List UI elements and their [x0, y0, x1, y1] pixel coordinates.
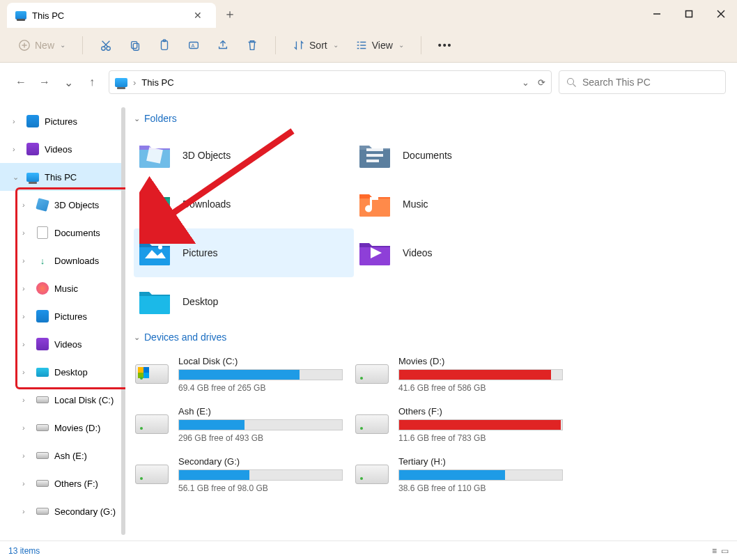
- folder-desktop[interactable]: Desktop: [134, 277, 354, 326]
- folder-downloads[interactable]: Downloads: [134, 180, 354, 228]
- paste-icon: [158, 39, 171, 52]
- maximize-button[interactable]: [673, 0, 705, 28]
- chevron-icon: ›: [22, 312, 31, 320]
- drive-free-text: 296 GB free of 493 GB: [178, 433, 354, 443]
- refresh-icon[interactable]: ⟳: [538, 77, 545, 88]
- svg-point-23: [158, 245, 162, 249]
- folder-label: Videos: [403, 247, 433, 258]
- drive-ash-e-[interactable]: Ash (E:) 296 GB free of 493 GB: [134, 400, 354, 449]
- close-button[interactable]: [705, 0, 737, 28]
- chevron-icon: ⌄: [13, 173, 21, 182]
- folder-label: Documents: [403, 150, 452, 161]
- delete-button[interactable]: [239, 33, 265, 57]
- new-tab-button[interactable]: ＋: [216, 0, 244, 28]
- rename-button[interactable]: A: [180, 33, 207, 57]
- sidebar-item-downloads[interactable]: › ↓ Downloads: [0, 247, 125, 274]
- chevron-icon: ›: [22, 368, 31, 376]
- chevron-down-icon: ⌄: [134, 114, 140, 123]
- forward-button[interactable]: →: [35, 72, 54, 92]
- sort-button[interactable]: Sort ⌄: [286, 33, 346, 57]
- chevron-icon: ›: [22, 228, 31, 237]
- details-view-icon[interactable]: ≡: [712, 546, 717, 556]
- drive-movies-d-[interactable]: Movies (D:) 41.6 GB free of 586 GB: [354, 350, 574, 398]
- disk-icon: [36, 449, 49, 462]
- drive-name: Movies (D:): [398, 356, 574, 366]
- drive-local-disk-c-[interactable]: Local Disk (C:) 69.4 GB free of 265 GB: [134, 350, 354, 398]
- sidebar-item-pictures[interactable]: › Pictures: [0, 302, 125, 330]
- sidebar-item-this-pc[interactable]: ⌄ This PC: [0, 163, 125, 191]
- drive-others-f-[interactable]: Others (F:) 11.6 GB free of 783 GB: [354, 400, 574, 449]
- sidebar-item-secondary-g-[interactable]: › Secondary (G:): [0, 497, 125, 525]
- new-button[interactable]: New ⌄: [11, 33, 72, 57]
- section-folders[interactable]: ⌄ Folders: [134, 113, 734, 124]
- drive-usage-bar: [398, 469, 563, 481]
- sidebar-item-ash-e-[interactable]: › Ash (E:): [0, 442, 125, 469]
- sidebar-item-music[interactable]: › Music: [0, 274, 125, 302]
- more-button[interactable]: •••: [431, 33, 460, 57]
- drive-icon: [135, 364, 169, 384]
- folder-label: Downloads: [183, 199, 231, 210]
- folder-videos[interactable]: Videos: [354, 228, 574, 277]
- folder-icon: [138, 239, 171, 267]
- tab-this-pc[interactable]: This PC ✕: [7, 3, 216, 28]
- drive-secondary-g-[interactable]: Secondary (G:) 56.1 GB free of 98.0 GB: [134, 450, 354, 499]
- section-drives[interactable]: ⌄ Devices and drives: [134, 332, 734, 343]
- view-icon: [355, 39, 368, 52]
- view-button[interactable]: View ⌄: [348, 33, 411, 57]
- folder-3d-objects[interactable]: 3D Objects: [134, 131, 354, 180]
- svg-line-18: [573, 84, 576, 86]
- folder-pictures[interactable]: Pictures: [134, 228, 354, 277]
- drive-name: Tertiary (H:): [398, 456, 574, 467]
- drive-icon: [355, 465, 389, 484]
- chevron-icon: ›: [22, 340, 31, 348]
- paste-button[interactable]: [151, 33, 178, 57]
- sidebar-item-videos[interactable]: › Videos: [0, 330, 125, 358]
- sidebar-item-documents[interactable]: › Documents: [0, 219, 125, 247]
- sidebar-item-others-f-[interactable]: › Others (F:): [0, 469, 125, 497]
- close-tab-icon[interactable]: ✕: [188, 10, 208, 21]
- rename-icon: A: [187, 39, 200, 52]
- drive-free-text: 38.6 GB free of 110 GB: [398, 483, 574, 493]
- tree-item-label: Others (F:): [54, 479, 98, 489]
- drive-info: Local Disk (C:) 69.4 GB free of 265 GB: [178, 356, 354, 393]
- sidebar-item-3d-objects[interactable]: › 3D Objects: [0, 191, 125, 219]
- sidebar-item-pictures[interactable]: › Pictures: [0, 107, 125, 135]
- tiles-view-icon[interactable]: ▭: [721, 546, 729, 556]
- window-controls: [641, 0, 737, 28]
- folder-grid: 3D Objects Documents Downloads Music Pic…: [134, 131, 734, 326]
- search-input[interactable]: [582, 77, 718, 88]
- sidebar-item-local-disk-c-[interactable]: › Local Disk (C:): [0, 386, 125, 414]
- address-dropdown-icon[interactable]: ⌄: [522, 77, 529, 88]
- drive-name: Ash (E:): [178, 406, 354, 417]
- sidebar-item-movies-d-[interactable]: › Movies (D:): [0, 414, 125, 442]
- share-button[interactable]: [210, 33, 236, 57]
- chevron-icon: ›: [22, 284, 31, 293]
- back-button[interactable]: ←: [11, 72, 31, 92]
- drive-name: Secondary (G:): [178, 456, 354, 467]
- folder-documents[interactable]: Documents: [354, 131, 574, 180]
- search-box[interactable]: [559, 70, 726, 94]
- up-button[interactable]: ↑: [82, 72, 102, 92]
- minimize-button[interactable]: [641, 0, 673, 28]
- drive-info: Ash (E:) 296 GB free of 493 GB: [178, 406, 354, 443]
- sidebar-item-videos[interactable]: › Videos: [0, 135, 125, 163]
- address-bar[interactable]: › This PC ⌄ ⟳: [109, 70, 552, 94]
- breadcrumb-location[interactable]: This PC: [141, 77, 173, 88]
- chevron-down-icon: ⌄: [134, 333, 140, 342]
- recent-locations-button[interactable]: ⌄: [59, 72, 78, 92]
- drive-free-text: 41.6 GB free of 586 GB: [398, 383, 574, 393]
- chevron-icon: ›: [13, 117, 21, 125]
- tree-item-label: Ash (E:): [54, 451, 87, 461]
- folder-label: Pictures: [183, 247, 218, 258]
- drive-usage-bar: [178, 419, 343, 430]
- folder-music[interactable]: Music: [354, 180, 574, 228]
- drive-name: Others (F:): [398, 406, 574, 417]
- down-icon: ↓: [36, 254, 49, 267]
- drive-tertiary-h-[interactable]: Tertiary (H:) 38.6 GB free of 110 GB: [354, 450, 574, 499]
- crumb-sep-icon: ›: [133, 77, 136, 88]
- disk-icon: [36, 477, 49, 490]
- drive-info: Others (F:) 11.6 GB free of 783 GB: [398, 406, 574, 443]
- sidebar-item-desktop[interactable]: › Desktop: [0, 358, 125, 386]
- cut-button[interactable]: [93, 33, 119, 57]
- copy-button[interactable]: [122, 33, 148, 57]
